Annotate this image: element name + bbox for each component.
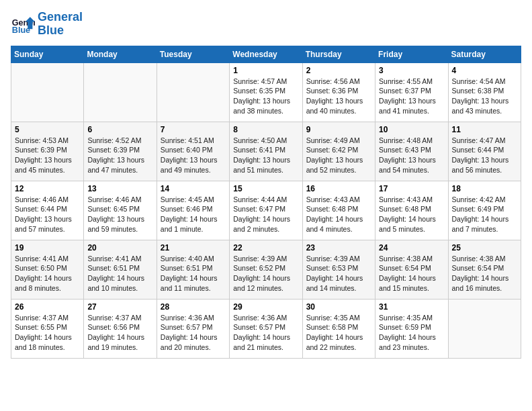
dow-header: Sunday <box>11 46 84 62</box>
day-number: 26 <box>15 302 80 312</box>
day-number: 6 <box>87 125 152 134</box>
calendar-cell: 21Sunrise: 4:40 AM Sunset: 6:51 PM Dayli… <box>157 240 229 299</box>
calendar-cell: 23Sunrise: 4:39 AM Sunset: 6:53 PM Dayli… <box>302 240 375 299</box>
calendar-cell: 8Sunrise: 4:50 AM Sunset: 6:41 PM Daylig… <box>230 122 302 181</box>
calendar-cell: 9Sunrise: 4:49 AM Sunset: 6:42 PM Daylig… <box>302 122 375 181</box>
day-of-week-row: SundayMondayTuesdayWednesdayThursdayFrid… <box>11 46 521 62</box>
day-number: 11 <box>452 125 517 134</box>
calendar-cell: 3Sunrise: 4:55 AM Sunset: 6:37 PM Daylig… <box>375 62 448 122</box>
day-number: 29 <box>233 302 298 312</box>
logo: General Blue GeneralBlue <box>11 11 83 38</box>
day-number: 28 <box>161 302 226 312</box>
calendar-cell: 13Sunrise: 4:46 AM Sunset: 6:45 PM Dayli… <box>84 181 157 240</box>
day-number: 9 <box>306 125 371 134</box>
dow-header: Thursday <box>302 46 375 62</box>
calendar-cell: 15Sunrise: 4:44 AM Sunset: 6:47 PM Dayli… <box>230 181 302 240</box>
calendar-cell <box>448 299 521 358</box>
calendar-cell: 18Sunrise: 4:42 AM Sunset: 6:49 PM Dayli… <box>448 181 521 240</box>
calendar-cell: 24Sunrise: 4:38 AM Sunset: 6:54 PM Dayli… <box>375 240 448 299</box>
calendar-cell: 6Sunrise: 4:52 AM Sunset: 6:39 PM Daylig… <box>84 122 157 181</box>
day-info: Sunrise: 4:36 AM Sunset: 6:57 PM Dayligh… <box>161 313 226 353</box>
day-number: 3 <box>379 66 444 75</box>
day-info: Sunrise: 4:39 AM Sunset: 6:52 PM Dayligh… <box>233 254 298 293</box>
day-number: 31 <box>379 302 444 312</box>
day-number: 25 <box>452 243 517 253</box>
day-number: 23 <box>306 243 371 253</box>
day-info: Sunrise: 4:41 AM Sunset: 6:50 PM Dayligh… <box>15 254 80 293</box>
day-number: 10 <box>379 125 444 134</box>
day-info: Sunrise: 4:54 AM Sunset: 6:38 PM Dayligh… <box>452 77 517 116</box>
calendar-cell: 29Sunrise: 4:36 AM Sunset: 6:57 PM Dayli… <box>230 299 302 358</box>
day-info: Sunrise: 4:55 AM Sunset: 6:37 PM Dayligh… <box>379 77 444 116</box>
calendar-cell: 20Sunrise: 4:41 AM Sunset: 6:51 PM Dayli… <box>84 240 157 299</box>
day-number: 27 <box>87 302 152 312</box>
calendar-cell: 17Sunrise: 4:43 AM Sunset: 6:48 PM Dayli… <box>375 181 448 240</box>
calendar-cell: 7Sunrise: 4:51 AM Sunset: 6:40 PM Daylig… <box>157 122 229 181</box>
day-info: Sunrise: 4:43 AM Sunset: 6:48 PM Dayligh… <box>379 195 444 234</box>
day-number: 16 <box>306 184 371 193</box>
logo-icon: General Blue <box>11 12 35 36</box>
day-info: Sunrise: 4:39 AM Sunset: 6:53 PM Dayligh… <box>306 254 371 293</box>
calendar-week-row: 26Sunrise: 4:37 AM Sunset: 6:55 PM Dayli… <box>11 299 521 358</box>
calendar-cell: 5Sunrise: 4:53 AM Sunset: 6:39 PM Daylig… <box>11 122 84 181</box>
day-info: Sunrise: 4:36 AM Sunset: 6:57 PM Dayligh… <box>233 313 298 353</box>
calendar-cell: 4Sunrise: 4:54 AM Sunset: 6:38 PM Daylig… <box>448 62 521 122</box>
day-number: 24 <box>379 243 444 253</box>
calendar-cell: 27Sunrise: 4:37 AM Sunset: 6:56 PM Dayli… <box>84 299 157 358</box>
day-info: Sunrise: 4:49 AM Sunset: 6:42 PM Dayligh… <box>306 136 371 175</box>
calendar: SundayMondayTuesdayWednesdayThursdayFrid… <box>11 46 521 359</box>
day-info: Sunrise: 4:46 AM Sunset: 6:45 PM Dayligh… <box>87 195 152 234</box>
calendar-cell: 12Sunrise: 4:46 AM Sunset: 6:44 PM Dayli… <box>11 181 84 240</box>
day-info: Sunrise: 4:44 AM Sunset: 6:47 PM Dayligh… <box>233 195 298 234</box>
day-info: Sunrise: 4:41 AM Sunset: 6:51 PM Dayligh… <box>87 254 152 293</box>
calendar-cell: 11Sunrise: 4:47 AM Sunset: 6:44 PM Dayli… <box>448 122 521 181</box>
calendar-cell: 16Sunrise: 4:43 AM Sunset: 6:48 PM Dayli… <box>302 181 375 240</box>
day-number: 7 <box>161 125 226 134</box>
logo-text: GeneralBlue <box>38 11 83 38</box>
day-info: Sunrise: 4:38 AM Sunset: 6:54 PM Dayligh… <box>452 254 517 293</box>
day-info: Sunrise: 4:48 AM Sunset: 6:43 PM Dayligh… <box>379 136 444 175</box>
day-number: 30 <box>306 302 371 312</box>
day-number: 8 <box>233 125 298 134</box>
day-number: 22 <box>233 243 298 253</box>
day-number: 18 <box>452 184 517 193</box>
calendar-body: 1Sunrise: 4:57 AM Sunset: 6:35 PM Daylig… <box>11 62 521 358</box>
calendar-cell <box>157 62 229 122</box>
calendar-cell: 26Sunrise: 4:37 AM Sunset: 6:55 PM Dayli… <box>11 299 84 358</box>
calendar-cell <box>11 62 84 122</box>
day-info: Sunrise: 4:37 AM Sunset: 6:55 PM Dayligh… <box>15 313 80 353</box>
calendar-week-row: 1Sunrise: 4:57 AM Sunset: 6:35 PM Daylig… <box>11 62 521 122</box>
day-number: 5 <box>15 125 80 134</box>
day-number: 19 <box>15 243 80 253</box>
day-info: Sunrise: 4:47 AM Sunset: 6:44 PM Dayligh… <box>452 136 517 175</box>
calendar-week-row: 5Sunrise: 4:53 AM Sunset: 6:39 PM Daylig… <box>11 122 521 181</box>
calendar-cell: 22Sunrise: 4:39 AM Sunset: 6:52 PM Dayli… <box>230 240 302 299</box>
day-info: Sunrise: 4:35 AM Sunset: 6:59 PM Dayligh… <box>379 313 444 353</box>
day-info: Sunrise: 4:52 AM Sunset: 6:39 PM Dayligh… <box>87 136 152 175</box>
calendar-cell: 2Sunrise: 4:56 AM Sunset: 6:36 PM Daylig… <box>302 62 375 122</box>
day-info: Sunrise: 4:51 AM Sunset: 6:40 PM Dayligh… <box>161 136 226 175</box>
day-info: Sunrise: 4:50 AM Sunset: 6:41 PM Dayligh… <box>233 136 298 175</box>
day-number: 12 <box>15 184 80 193</box>
day-info: Sunrise: 4:38 AM Sunset: 6:54 PM Dayligh… <box>379 254 444 293</box>
calendar-cell: 30Sunrise: 4:35 AM Sunset: 6:58 PM Dayli… <box>302 299 375 358</box>
day-number: 17 <box>379 184 444 193</box>
dow-header: Saturday <box>448 46 521 62</box>
day-info: Sunrise: 4:35 AM Sunset: 6:58 PM Dayligh… <box>306 313 371 353</box>
day-number: 21 <box>161 243 226 253</box>
day-number: 13 <box>87 184 152 193</box>
day-info: Sunrise: 4:46 AM Sunset: 6:44 PM Dayligh… <box>15 195 80 234</box>
day-number: 1 <box>233 66 298 75</box>
svg-text:Blue: Blue <box>12 25 30 34</box>
day-number: 15 <box>233 184 298 193</box>
day-info: Sunrise: 4:43 AM Sunset: 6:48 PM Dayligh… <box>306 195 371 234</box>
calendar-week-row: 12Sunrise: 4:46 AM Sunset: 6:44 PM Dayli… <box>11 181 521 240</box>
calendar-cell: 25Sunrise: 4:38 AM Sunset: 6:54 PM Dayli… <box>448 240 521 299</box>
calendar-cell: 19Sunrise: 4:41 AM Sunset: 6:50 PM Dayli… <box>11 240 84 299</box>
calendar-cell: 14Sunrise: 4:45 AM Sunset: 6:46 PM Dayli… <box>157 181 229 240</box>
day-number: 2 <box>306 66 371 75</box>
day-info: Sunrise: 4:42 AM Sunset: 6:49 PM Dayligh… <box>452 195 517 234</box>
day-number: 20 <box>87 243 152 253</box>
day-info: Sunrise: 4:37 AM Sunset: 6:56 PM Dayligh… <box>87 313 152 353</box>
day-info: Sunrise: 4:56 AM Sunset: 6:36 PM Dayligh… <box>306 77 371 116</box>
